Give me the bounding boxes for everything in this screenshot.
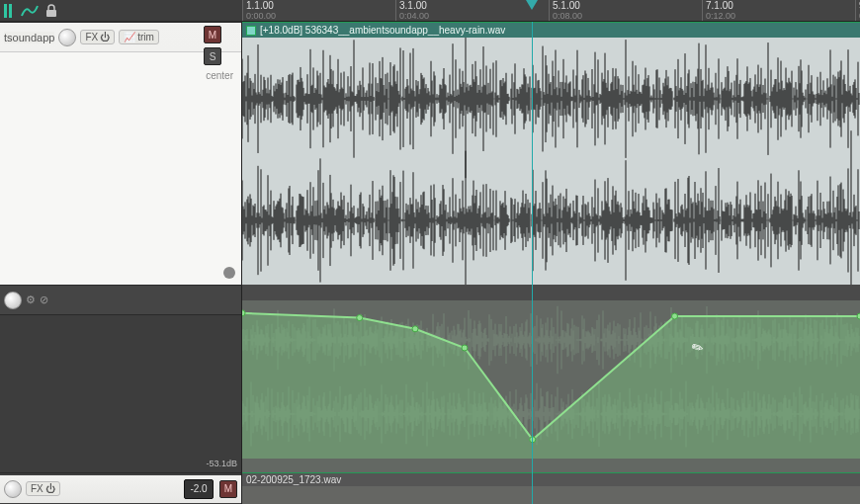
menu-bars-icon[interactable] [4,3,14,19]
ripple-icon[interactable] [20,3,40,19]
envelope-db-readout: -53.1dB [206,459,237,468]
bypass-icon[interactable]: ⊘ [40,294,48,306]
envelope-clip[interactable]: ✎ [242,300,860,472]
pan-knob[interactable] [4,480,22,498]
waveform-area[interactable] [242,38,860,285]
gear-icon[interactable]: ⚙ [26,294,36,306]
power-icon: ⏻ [45,483,55,494]
trim-button[interactable]: 📈trim [119,30,159,44]
volume-knob[interactable] [4,292,22,309]
clip-header[interactable]: 02-200925_1723.wav [242,472,860,486]
clip-label: [+18.0dB] 536343__ambientsoundapp__heavy… [260,25,505,36]
fx-button[interactable]: FX⏻ [80,30,115,44]
svg-rect-2 [46,10,56,17]
power-icon: ⏻ [100,32,110,42]
timeline-ruler[interactable]: 1.1.000:00.00 3.1.000:04.00 5.1.000:08.0… [242,0,860,22]
ruler-mark: 9.1.000:16.00 [855,0,860,21]
envelope-lane-header [242,285,860,300]
solo-button[interactable]: S [204,47,221,65]
mute-button[interactable]: M [219,480,237,498]
record-arm-icon[interactable] [223,267,235,279]
ruler-mark: 3.1.000:04.00 [395,0,429,21]
ruler-mark: 1.1.000:00.00 [242,0,276,21]
mute-button[interactable]: M [204,26,221,43]
ruler-mark: 5.1.000:08.00 [549,0,582,21]
svg-rect-1 [9,4,12,18]
fx-button[interactable]: FX⏻ [26,481,60,496]
pan-readout: center [206,70,233,81]
svg-rect-0 [4,4,7,18]
track-row-3: FX⏻ -2.0 M 02-200925_1723.wav [0,472,860,504]
envelope-icon: 📈 [124,32,135,42]
pan-knob[interactable] [58,29,76,46]
ruler-mark: 7.1.000:12.00 [702,0,735,21]
track-row-2-envelope: ⚙ ⊘ -53.1dB ✎ [0,285,860,472]
clip-color-swatch [246,26,256,36]
track-row-1: tsoundapp FX⏻ 📈trim center [+18.0dB] 536… [0,22,860,285]
track-panel-2[interactable]: ⚙ ⊘ -53.1dB [0,285,242,472]
svg-rect-3 [242,38,860,285]
lock-icon[interactable] [45,3,57,19]
clip-label: 02-200925_1723.wav [246,474,341,485]
track-name[interactable]: tsoundapp [4,32,54,43]
mute-solo-column: M S [204,22,233,65]
waveform-area[interactable] [242,486,860,504]
volume-readout[interactable]: -2.0 [184,479,214,499]
clip-header[interactable]: [+18.0dB] 536343__ambientsoundapp__heavy… [242,22,860,38]
playhead-marker[interactable] [526,0,538,10]
